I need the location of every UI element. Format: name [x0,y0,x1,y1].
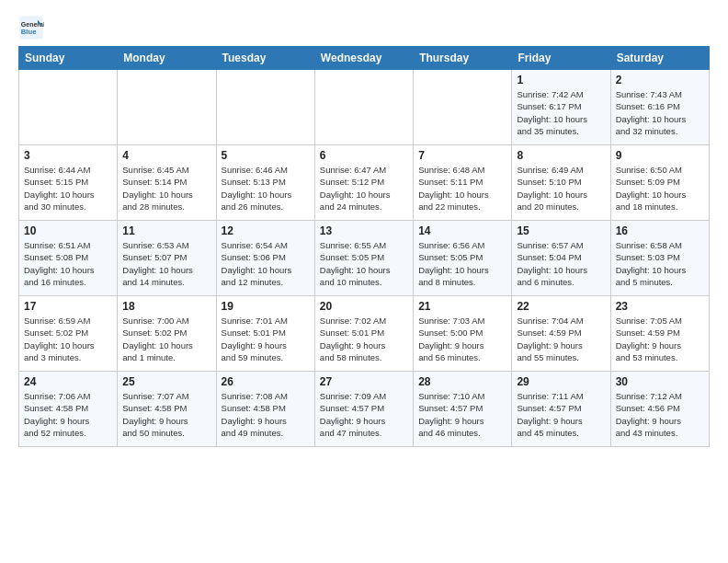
calendar-cell: 28Sunrise: 7:10 AM Sunset: 4:57 PM Dayli… [414,372,512,447]
calendar-cell: 6Sunrise: 6:47 AM Sunset: 5:12 PM Daylig… [314,145,413,221]
day-number: 28 [418,375,506,388]
day-info: Sunrise: 7:02 AM Sunset: 5:01 PM Dayligh… [320,315,408,363]
day-info: Sunrise: 7:05 AM Sunset: 4:59 PM Dayligh… [616,315,704,363]
day-info: Sunrise: 6:53 AM Sunset: 5:07 PM Dayligh… [122,239,210,288]
logo: General Blue [18,15,48,40]
calendar-cell: 2Sunrise: 7:43 AM Sunset: 6:16 PM Daylig… [610,70,709,145]
calendar-cell: 4Sunrise: 6:45 AM Sunset: 5:14 PM Daylig… [118,145,216,221]
header: General Blue [18,15,710,40]
weekday-header-tuesday: Tuesday [216,47,314,70]
calendar-cell [19,70,118,145]
calendar-cell: 25Sunrise: 7:07 AM Sunset: 4:58 PM Dayli… [118,372,216,447]
weekday-header-monday: Monday [118,47,216,70]
day-number: 18 [122,300,210,313]
day-info: Sunrise: 6:46 AM Sunset: 5:13 PM Dayligh… [222,164,310,213]
calendar-cell [414,70,512,145]
calendar-cell: 9Sunrise: 6:50 AM Sunset: 5:09 PM Daylig… [610,145,709,221]
day-info: Sunrise: 7:43 AM Sunset: 6:16 PM Dayligh… [616,88,704,137]
calendar-cell: 27Sunrise: 7:09 AM Sunset: 4:57 PM Dayli… [314,372,413,447]
calendar-cell: 5Sunrise: 6:46 AM Sunset: 5:13 PM Daylig… [216,145,314,221]
day-info: Sunrise: 6:48 AM Sunset: 5:11 PM Dayligh… [418,164,506,213]
svg-text:Blue: Blue [21,28,37,36]
calendar-cell: 11Sunrise: 6:53 AM Sunset: 5:07 PM Dayli… [118,221,216,296]
day-info: Sunrise: 7:08 AM Sunset: 4:58 PM Dayligh… [222,390,310,439]
calendar-cell: 20Sunrise: 7:02 AM Sunset: 5:01 PM Dayli… [314,296,413,372]
calendar-cell: 15Sunrise: 6:57 AM Sunset: 5:04 PM Dayli… [512,221,610,296]
calendar-cell: 17Sunrise: 6:59 AM Sunset: 5:02 PM Dayli… [19,296,118,372]
calendar-cell: 18Sunrise: 7:00 AM Sunset: 5:02 PM Dayli… [118,296,216,372]
calendar-cell: 14Sunrise: 6:56 AM Sunset: 5:05 PM Dayli… [414,221,512,296]
day-number: 15 [517,224,605,237]
day-info: Sunrise: 6:47 AM Sunset: 5:12 PM Dayligh… [320,164,408,213]
calendar-cell: 24Sunrise: 7:06 AM Sunset: 4:58 PM Dayli… [19,372,118,447]
day-info: Sunrise: 7:01 AM Sunset: 5:01 PM Dayligh… [222,315,310,363]
day-info: Sunrise: 6:56 AM Sunset: 5:05 PM Dayligh… [418,239,506,288]
day-info: Sunrise: 6:58 AM Sunset: 5:03 PM Dayligh… [616,239,704,288]
day-number: 7 [418,149,506,162]
calendar-cell: 10Sunrise: 6:51 AM Sunset: 5:08 PM Dayli… [19,221,118,296]
day-number: 23 [616,300,704,313]
day-number: 9 [616,149,704,162]
day-info: Sunrise: 6:45 AM Sunset: 5:14 PM Dayligh… [122,164,210,213]
calendar-cell [216,70,314,145]
calendar-week-4: 17Sunrise: 6:59 AM Sunset: 5:02 PM Dayli… [19,296,710,372]
calendar-cell: 3Sunrise: 6:44 AM Sunset: 5:15 PM Daylig… [19,145,118,221]
calendar-week-5: 24Sunrise: 7:06 AM Sunset: 4:58 PM Dayli… [19,372,710,447]
day-info: Sunrise: 7:10 AM Sunset: 4:57 PM Dayligh… [418,390,506,439]
day-number: 26 [222,375,310,388]
day-info: Sunrise: 6:55 AM Sunset: 5:05 PM Dayligh… [320,239,408,288]
day-info: Sunrise: 7:09 AM Sunset: 4:57 PM Dayligh… [320,390,408,439]
day-number: 2 [616,74,704,86]
day-number: 14 [418,224,506,237]
calendar-cell: 16Sunrise: 6:58 AM Sunset: 5:03 PM Dayli… [610,221,709,296]
calendar-cell: 30Sunrise: 7:12 AM Sunset: 4:56 PM Dayli… [610,372,709,447]
weekday-header-thursday: Thursday [414,47,512,70]
day-number: 24 [24,375,112,388]
day-info: Sunrise: 7:07 AM Sunset: 4:58 PM Dayligh… [122,390,210,439]
calendar-cell: 19Sunrise: 7:01 AM Sunset: 5:01 PM Dayli… [216,296,314,372]
day-number: 16 [616,224,704,237]
day-info: Sunrise: 7:04 AM Sunset: 4:59 PM Dayligh… [517,315,605,363]
calendar-cell: 13Sunrise: 6:55 AM Sunset: 5:05 PM Dayli… [314,221,413,296]
day-number: 27 [320,375,408,388]
calendar-cell: 8Sunrise: 6:49 AM Sunset: 5:10 PM Daylig… [512,145,610,221]
calendar-cell: 22Sunrise: 7:04 AM Sunset: 4:59 PM Dayli… [512,296,610,372]
calendar-table: SundayMondayTuesdayWednesdayThursdayFrid… [18,46,710,447]
calendar-cell [118,70,216,145]
day-info: Sunrise: 6:49 AM Sunset: 5:10 PM Dayligh… [517,164,605,213]
calendar-cell: 12Sunrise: 6:54 AM Sunset: 5:06 PM Dayli… [216,221,314,296]
calendar-cell: 26Sunrise: 7:08 AM Sunset: 4:58 PM Dayli… [216,372,314,447]
day-number: 30 [616,375,704,388]
day-number: 3 [24,149,112,162]
day-number: 4 [122,149,210,162]
calendar-cell: 21Sunrise: 7:03 AM Sunset: 5:00 PM Dayli… [414,296,512,372]
calendar-cell [314,70,413,145]
day-number: 10 [24,224,112,237]
logo-icon: General Blue [18,15,44,40]
day-number: 25 [122,375,210,388]
day-info: Sunrise: 7:03 AM Sunset: 5:00 PM Dayligh… [418,315,506,363]
calendar-week-1: 1Sunrise: 7:42 AM Sunset: 6:17 PM Daylig… [19,70,710,145]
day-number: 17 [24,300,112,313]
day-info: Sunrise: 6:50 AM Sunset: 5:09 PM Dayligh… [616,164,704,213]
weekday-header-sunday: Sunday [19,47,118,70]
day-info: Sunrise: 7:11 AM Sunset: 4:57 PM Dayligh… [517,390,605,439]
weekday-header-saturday: Saturday [610,47,709,70]
weekday-header-wednesday: Wednesday [314,47,413,70]
day-number: 11 [122,224,210,237]
day-info: Sunrise: 6:54 AM Sunset: 5:06 PM Dayligh… [222,239,310,288]
calendar-cell: 1Sunrise: 7:42 AM Sunset: 6:17 PM Daylig… [512,70,610,145]
day-number: 20 [320,300,408,313]
day-info: Sunrise: 6:59 AM Sunset: 5:02 PM Dayligh… [24,315,112,363]
calendar-cell: 7Sunrise: 6:48 AM Sunset: 5:11 PM Daylig… [414,145,512,221]
day-number: 19 [222,300,310,313]
weekday-header-friday: Friday [512,47,610,70]
calendar-cell: 29Sunrise: 7:11 AM Sunset: 4:57 PM Dayli… [512,372,610,447]
day-number: 13 [320,224,408,237]
calendar-week-2: 3Sunrise: 6:44 AM Sunset: 5:15 PM Daylig… [19,145,710,221]
day-info: Sunrise: 7:12 AM Sunset: 4:56 PM Dayligh… [616,390,704,439]
day-number: 6 [320,149,408,162]
page: General Blue SundayMondayTuesdayWednesda… [0,0,728,456]
day-info: Sunrise: 6:51 AM Sunset: 5:08 PM Dayligh… [24,239,112,288]
day-info: Sunrise: 7:42 AM Sunset: 6:17 PM Dayligh… [517,88,605,137]
